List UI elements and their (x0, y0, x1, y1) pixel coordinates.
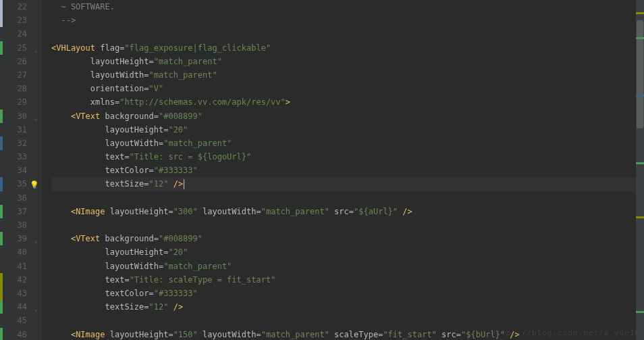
code-line[interactable]: <NImage layoutHeight="150" layoutWidth="… (51, 328, 644, 341)
code-line[interactable]: layoutHeight="20" (51, 245, 644, 259)
token-punc: = (154, 112, 159, 121)
code-line[interactable]: textColor="#333333" (51, 287, 644, 300)
scrollbar-mark[interactable] (636, 162, 644, 164)
line-number[interactable]: 42 (0, 273, 42, 287)
token-attr: layoutHeight (90, 57, 149, 66)
token-str: "fit_start" (383, 330, 436, 339)
line-number[interactable]: 34 (0, 164, 42, 177)
code-line[interactable]: xmlns="http://schemas.vv.com/apk/res/vv"… (51, 95, 644, 109)
fold-toggle-icon[interactable]: ⌄ (32, 43, 38, 49)
token-str: "#008899" (159, 112, 203, 121)
code-line[interactable]: <VText background="#008899" (51, 232, 644, 245)
change-marker (0, 300, 3, 314)
token-plain (51, 97, 90, 107)
line-number[interactable]: 23 (0, 14, 42, 27)
scrollbar-mark[interactable] (636, 311, 644, 313)
code-line[interactable] (51, 218, 644, 232)
line-number[interactable]: 45 (0, 314, 42, 327)
token-tag: /> (173, 179, 183, 189)
token-plain (51, 139, 105, 148)
code-line[interactable]: --> (51, 14, 644, 27)
scrollbar-mark[interactable] (636, 12, 644, 14)
code-line[interactable]: textColor="#333333" (51, 164, 644, 177)
fold-toggle-icon[interactable]: ⌄ (32, 179, 38, 185)
code-line[interactable]: layoutHeight="20" (51, 123, 644, 137)
token-attr: layoutHeight (105, 125, 163, 135)
code-line[interactable]: layoutWidth="match_parent" (51, 137, 644, 150)
token-plain (51, 207, 71, 216)
line-number[interactable]: 25⌄ (0, 41, 42, 55)
code-line[interactable]: layoutWidth="match_parent" (51, 68, 644, 82)
change-marker (0, 287, 3, 300)
line-number[interactable]: 30⌄ (0, 110, 42, 123)
line-number[interactable]: 27 (0, 68, 42, 82)
line-number[interactable]: 46 (0, 328, 42, 341)
code-line[interactable]: textSize="12" /> (51, 300, 644, 314)
code-line[interactable]: <VText background="#008899" (51, 110, 644, 123)
line-number[interactable]: 35💡⌄ (0, 177, 42, 191)
code-line[interactable]: text="Title: src = ${logoUrl}" (51, 150, 644, 164)
code-line[interactable]: <VHLayout flag="flag_exposure|flag_click… (51, 41, 644, 55)
token-punc: = (154, 234, 159, 243)
token-str: "match_parent" (163, 262, 232, 271)
line-number[interactable]: 22 (0, 0, 42, 14)
token-punc: = (144, 70, 149, 80)
line-number[interactable]: 33 (0, 150, 42, 164)
line-number[interactable]: 43 (0, 287, 42, 300)
change-marker (0, 0, 3, 14)
scrollbar-mark[interactable] (636, 216, 644, 218)
code-line[interactable] (51, 191, 644, 205)
scrollbar-mark[interactable] (636, 37, 644, 39)
token-str: "20" (168, 247, 188, 257)
token-attr: layoutWidth (203, 330, 256, 339)
token-punc: = (149, 166, 154, 175)
token-str: "match_parent" (163, 139, 232, 148)
code-line[interactable]: layoutHeight="match_parent" (51, 55, 644, 68)
token-punc: = (149, 289, 154, 298)
token-punc: = (256, 207, 261, 216)
line-number[interactable]: 28 (0, 82, 42, 95)
line-number[interactable]: 24 (0, 27, 42, 41)
code-editor: 22232425⌄2627282930⌄3132333435💡⌄36373839… (0, 0, 644, 340)
scrollbar-thumb[interactable] (637, 20, 643, 128)
token-attr: orientation (90, 84, 144, 93)
code-line[interactable]: layoutWidth="match_parent" (51, 260, 644, 273)
token-plain (51, 84, 90, 93)
token-tag: /> (402, 207, 412, 216)
code-line[interactable]: text="Title: scaleType = fit_start" (51, 273, 644, 287)
scrollbar-mark[interactable] (636, 95, 644, 97)
line-number[interactable]: 36 (0, 191, 42, 205)
line-number[interactable]: 39⌄ (0, 232, 42, 245)
line-number[interactable]: 41 (0, 260, 42, 273)
token-attr: background (105, 112, 153, 121)
change-marker (0, 177, 3, 191)
code-line[interactable]: <NImage layoutHeight="300" layoutWidth="… (51, 205, 644, 218)
line-number[interactable]: 44⌄ (0, 300, 42, 314)
token-str: "300" (173, 207, 198, 216)
code-line[interactable]: orientation="V" (51, 82, 644, 95)
code-line[interactable] (51, 314, 644, 327)
line-number[interactable]: 26 (0, 55, 42, 68)
line-number[interactable]: 37 (0, 205, 42, 218)
line-number[interactable]: 29 (0, 95, 42, 109)
gutter[interactable]: 22232425⌄2627282930⌄3132333435💡⌄36373839… (0, 0, 42, 340)
token-attr: xmlns (90, 97, 115, 107)
token-punc: = (144, 84, 149, 93)
line-number[interactable]: 38 (0, 218, 42, 232)
vertical-scrollbar[interactable] (636, 0, 644, 340)
code-line[interactable]: textSize="12" /> (51, 177, 644, 191)
token-tag: <VText (71, 234, 105, 243)
token-attr: text (105, 152, 124, 162)
code-line[interactable]: ~ SOFTWARE. (51, 0, 644, 14)
line-number[interactable]: 40 (0, 245, 42, 259)
fold-toggle-icon[interactable]: ⌄ (32, 234, 38, 240)
token-attr: textColor (105, 166, 149, 175)
token-plain (51, 262, 105, 271)
fold-toggle-icon[interactable]: ⌄ (32, 302, 38, 308)
fold-toggle-icon[interactable]: ⌄ (32, 112, 38, 118)
line-number[interactable]: 31 (0, 123, 42, 137)
code-area[interactable]: ~ SOFTWARE. --><VHLayout flag="flag_expo… (42, 0, 644, 340)
change-marker (0, 110, 3, 123)
code-line[interactable] (51, 27, 644, 41)
line-number[interactable]: 32 (0, 137, 42, 150)
